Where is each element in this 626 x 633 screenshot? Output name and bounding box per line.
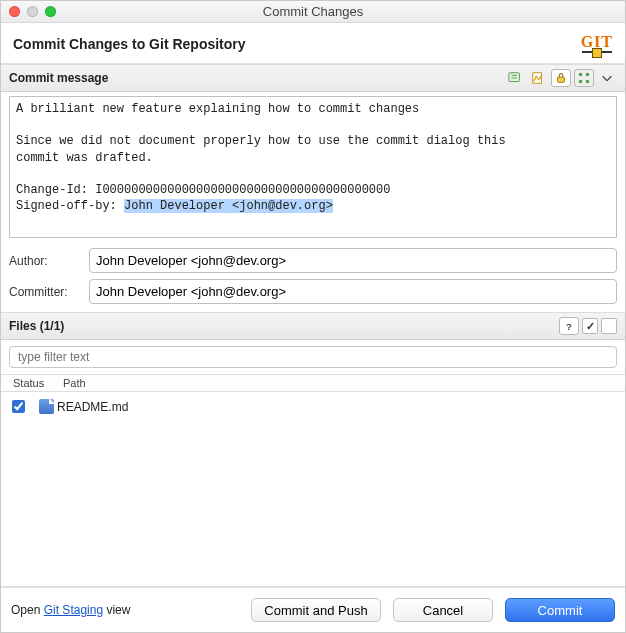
file-icon	[39, 399, 54, 414]
commit-dialog: Commit Changes Commit Changes to Git Rep…	[0, 0, 626, 633]
changeid-icon[interactable]	[574, 69, 594, 87]
svg-point-5	[579, 80, 583, 84]
files-section-bar: Files (1/1) ?	[1, 312, 625, 340]
files-label: Files (1/1)	[9, 319, 64, 333]
commit-message-label: Commit message	[9, 71, 108, 85]
committer-row: Committer:	[9, 279, 617, 304]
cancel-button[interactable]: Cancel	[393, 598, 493, 622]
commit-message-text[interactable]: A brilliant new feature explaining how t…	[10, 97, 616, 237]
committer-label: Committer:	[9, 285, 81, 299]
git-logo-graphic	[582, 49, 612, 55]
files-section: Files (1/1) ? Status Path README.md	[1, 312, 625, 587]
window-title: Commit Changes	[1, 4, 625, 19]
lock-icon[interactable]	[551, 69, 571, 87]
commit-message-input[interactable]: A brilliant new feature explaining how t…	[9, 96, 617, 238]
page-title: Commit Changes to Git Repository	[13, 36, 246, 52]
git-staging-link[interactable]: Git Staging	[44, 603, 103, 617]
svg-point-4	[586, 73, 590, 77]
commit-and-push-button[interactable]: Commit and Push	[251, 598, 381, 622]
select-all-button[interactable]	[582, 318, 598, 334]
author-label: Author:	[9, 254, 81, 268]
commit-button[interactable]: Commit	[505, 598, 615, 622]
git-logo: GIT	[581, 33, 613, 55]
author-input[interactable]	[89, 248, 617, 273]
svg-point-3	[579, 73, 583, 77]
header: Commit Changes to Git Repository GIT	[1, 23, 625, 64]
commit-message-area: A brilliant new feature explaining how t…	[1, 92, 625, 242]
column-path[interactable]: Path	[63, 377, 625, 389]
files-toolbar: ?	[559, 317, 617, 335]
svg-point-6	[586, 80, 590, 84]
commit-toolbar	[505, 69, 617, 87]
author-row: Author:	[9, 248, 617, 273]
open-staging-text: Open Git Staging view	[11, 603, 130, 617]
file-path: README.md	[57, 400, 128, 414]
column-status[interactable]: Status	[1, 377, 63, 389]
svg-rect-2	[558, 77, 565, 82]
deselect-all-button[interactable]	[601, 318, 617, 334]
svg-rect-0	[509, 73, 520, 82]
table-row[interactable]: README.md	[1, 396, 625, 417]
committer-input[interactable]	[89, 279, 617, 304]
selected-text[interactable]: John Developer <john@dev.org>	[124, 199, 333, 213]
help-icon[interactable]: ?	[559, 317, 579, 335]
file-list-header: Status Path	[1, 374, 625, 392]
commit-message-section-bar: Commit message	[1, 64, 625, 92]
amend-icon[interactable]	[505, 69, 525, 87]
file-list[interactable]: README.md	[1, 392, 625, 587]
signoff-icon[interactable]	[528, 69, 548, 87]
svg-text:?: ?	[566, 321, 572, 332]
chevron-down-icon[interactable]	[597, 69, 617, 87]
filter-input[interactable]	[9, 346, 617, 368]
footer: Open Git Staging view Commit and Push Ca…	[1, 587, 625, 632]
titlebar: Commit Changes	[1, 1, 625, 23]
file-checkbox[interactable]	[12, 400, 25, 413]
